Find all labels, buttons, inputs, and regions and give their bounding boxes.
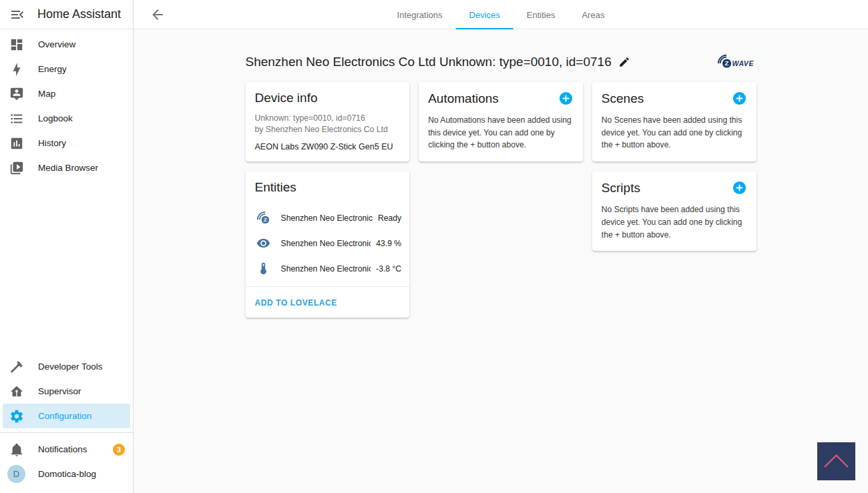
automations-empty-text: No Automations have been added using thi…	[428, 114, 574, 151]
entity-row[interactable]: Shenzhen Neo Electronics C... -3.8 °C	[246, 256, 410, 282]
scenes-card: Scenes No Scenes have been added using t…	[592, 82, 756, 161]
config-tabs: Integrations Devices Entities Areas	[384, 0, 618, 29]
sidebar-header: Home Assistant	[0, 0, 133, 29]
app-title: Home Assistant	[37, 7, 121, 21]
dashboard-icon	[9, 37, 24, 52]
home-assistant-icon	[9, 384, 24, 399]
top-header: Integrations Devices Entities Areas	[134, 0, 868, 29]
tab-integrations[interactable]: Integrations	[384, 0, 456, 29]
sidebar: Home Assistant Overview Energy Map Logbo…	[0, 0, 134, 493]
bell-icon	[9, 442, 24, 457]
menu-open-icon[interactable]	[9, 7, 25, 23]
eye-icon	[256, 236, 270, 250]
sidebar-divider	[0, 432, 133, 433]
cards-column-3: Scenes No Scenes have been added using t…	[592, 82, 756, 261]
chart-box-icon	[9, 136, 24, 151]
entity-row[interactable]: Z Shenzhen Neo Electronics C... Ready	[246, 205, 410, 231]
sidebar-nav: Overview Energy Map Logbook History Medi…	[0, 29, 133, 180]
entity-name: Shenzhen Neo Electronics C...	[281, 264, 371, 274]
entities-card-footer: ADD TO LOVELACE	[246, 286, 410, 318]
automations-card: Automations No Automations have been add…	[419, 82, 583, 161]
play-box-icon	[9, 161, 24, 175]
cards-column-2: Automations No Automations have been add…	[419, 82, 583, 171]
sidebar-bottom: Developer Tools Supervisor Configuration…	[0, 354, 133, 493]
sidebar-item-overview[interactable]: Overview	[0, 32, 133, 57]
scripts-card: Scripts No Scripts have been added using…	[592, 171, 756, 251]
add-scene-button[interactable]	[732, 91, 747, 106]
cards-grid: Device info Unknown: type=0010, id=0716 …	[246, 82, 756, 328]
add-script-button[interactable]	[732, 180, 747, 195]
back-arrow-icon[interactable]	[150, 7, 166, 23]
scenes-title: Scenes	[602, 91, 644, 106]
svg-text:WAVE: WAVE	[732, 59, 754, 67]
entity-state: -3.8 °C	[376, 264, 401, 274]
sidebar-item-media-browser[interactable]: Media Browser	[0, 155, 133, 180]
entity-list: Z Shenzhen Neo Electronics C... Ready	[246, 205, 410, 282]
zwave-icon: Z	[256, 211, 270, 225]
map-account-icon	[9, 87, 24, 101]
entity-name: Shenzhen Neo Electronics C...	[281, 213, 373, 223]
sidebar-item-energy[interactable]: Energy	[0, 57, 133, 81]
entity-state: Ready	[378, 213, 401, 223]
main-area: Integrations Devices Entities Areas Shen…	[134, 0, 868, 493]
page-content: Shenzhen Neo Electronics Co Ltd Unknown:…	[134, 29, 868, 493]
scripts-title: Scripts	[602, 181, 640, 195]
edit-pencil-icon[interactable]	[618, 56, 630, 68]
device-model: Unknown: type=0010, id=0716	[255, 113, 401, 124]
hammer-icon	[9, 360, 24, 374]
entities-card: Entities Z	[246, 171, 410, 318]
add-automation-button[interactable]	[558, 91, 574, 106]
device-title-row: Shenzhen Neo Electronics Co Ltd Unknown:…	[246, 52, 756, 72]
sidebar-item-developer-tools[interactable]: Developer Tools	[0, 354, 133, 379]
entity-state: 43.9 %	[376, 239, 401, 248]
notification-badge: 3	[113, 444, 125, 456]
sidebar-item-map[interactable]: Map	[0, 81, 133, 106]
corner-chevron-logo	[817, 442, 855, 480]
thermometer-icon	[256, 262, 270, 276]
tab-entities[interactable]: Entities	[513, 0, 569, 29]
tab-devices[interactable]: Devices	[456, 0, 513, 29]
avatar: D	[7, 465, 25, 483]
device-manufacturer: by Shenzhen Neo Electronics Co Ltd	[255, 124, 401, 135]
scenes-empty-text: No Scenes have been added using this dev…	[602, 114, 747, 151]
scripts-empty-text: No Scripts have been added using this de…	[602, 203, 747, 241]
device-info-card: Device info Unknown: type=0010, id=0716 …	[246, 82, 410, 161]
device-via: AEON Labs ZW090 Z-Stick Gen5 EU	[255, 142, 401, 151]
lightning-bolt-icon	[9, 62, 24, 77]
sidebar-item-history[interactable]: History	[0, 131, 133, 155]
list-icon	[9, 111, 24, 126]
svg-text:Z: Z	[724, 59, 728, 67]
svg-text:Z: Z	[263, 217, 266, 223]
sidebar-item-configuration[interactable]: Configuration	[3, 404, 130, 428]
sidebar-item-supervisor[interactable]: Supervisor	[0, 379, 133, 404]
sidebar-item-profile[interactable]: D Domotica-blog	[0, 462, 133, 486]
sidebar-item-notifications[interactable]: Notifications 3	[0, 437, 133, 462]
automations-title: Automations	[428, 91, 499, 106]
sidebar-spacer	[0, 180, 133, 354]
add-to-lovelace-button[interactable]: ADD TO LOVELACE	[255, 298, 337, 308]
device-info-title: Device info	[255, 91, 401, 105]
page-title: Shenzhen Neo Electronics Co Ltd Unknown:…	[246, 55, 612, 69]
zwave-brand-logo: Z WAVE	[718, 51, 756, 73]
entity-name: Shenzhen Neo Electronics C...	[281, 239, 371, 248]
entities-title: Entities	[246, 180, 410, 195]
tab-areas[interactable]: Areas	[568, 0, 618, 29]
entity-row[interactable]: Shenzhen Neo Electronics C... 43.9 %	[246, 231, 410, 256]
cards-column-1: Device info Unknown: type=0010, id=0716 …	[246, 82, 410, 328]
sidebar-item-logbook[interactable]: Logbook	[0, 106, 133, 131]
gear-icon	[9, 409, 24, 424]
